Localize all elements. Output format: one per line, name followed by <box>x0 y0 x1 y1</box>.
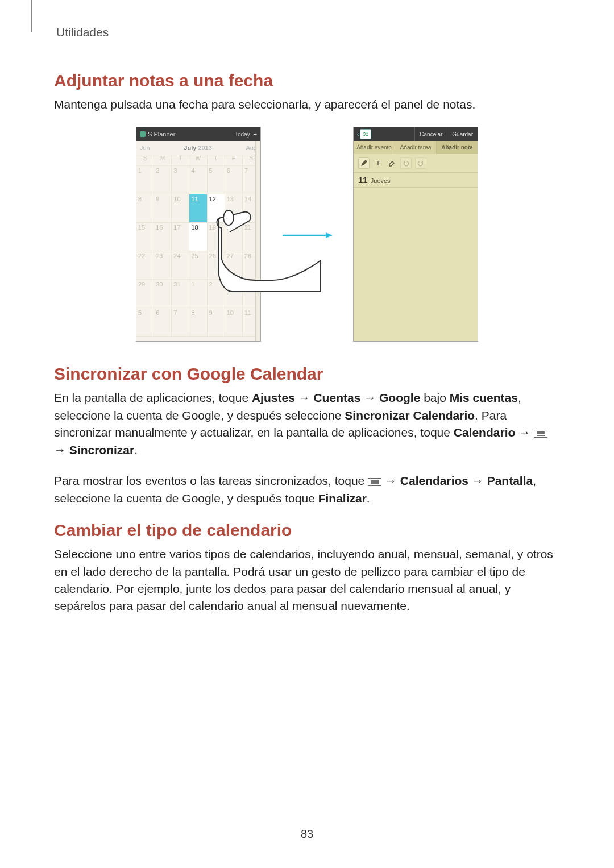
heading-change-view: Cambiar el tipo de calendario <box>54 521 560 540</box>
cal-side-scroll <box>255 141 260 341</box>
cal-app-icon <box>140 131 146 137</box>
cal-prev-month: Jun <box>140 144 150 151</box>
note-tabs: Añadir evento Añadir tarea Añadir nota <box>354 141 478 154</box>
text-tool-icon: T <box>373 158 383 168</box>
pen-icon <box>358 157 370 169</box>
undo-icon <box>400 157 412 169</box>
cal-today-label: Today <box>235 131 250 138</box>
page-number: 83 <box>0 828 614 841</box>
note-titlebar: ‹ 31 Cancelar Guardar <box>354 127 478 141</box>
tab-add-note: Añadir nota <box>437 141 478 154</box>
note-date-num: 11 <box>358 175 368 185</box>
cal-app-title: S Planner <box>148 131 235 138</box>
chevron-left-icon: ‹ <box>357 131 359 138</box>
arrow-icon <box>281 231 333 238</box>
calendar-screenshot-wrap: S Planner Today + Jun July 2013 Aug SMTW… <box>136 127 261 342</box>
body-change-view: Seleccione uno entre varios tipos de cal… <box>54 546 560 615</box>
note-screenshot: ‹ 31 Cancelar Guardar Añadir evento Añad… <box>353 127 478 342</box>
manual-page: Utilidades Adjuntar notas a una fecha Ma… <box>0 0 614 868</box>
tab-add-task: Añadir tarea <box>395 141 437 154</box>
calendar-screenshot: S Planner Today + Jun July 2013 Aug SMTW… <box>136 127 261 342</box>
note-save-button: Guardar <box>447 127 478 141</box>
body-attach-notes: Mantenga pulsada una fecha para seleccio… <box>54 96 560 113</box>
cal-grid: SMTWTFS123456789101112131415161718192021… <box>136 155 260 337</box>
body-sync-2: Para mostrar los eventos o las tareas si… <box>54 472 560 507</box>
eraser-icon <box>387 158 397 168</box>
heading-attach-notes: Adjuntar notas a una fecha <box>54 71 560 90</box>
note-date: 11 Jueves <box>354 173 478 188</box>
cal-plus-icon: + <box>254 131 257 138</box>
menu-icon <box>368 478 381 486</box>
figure-row: S Planner Today + Jun July 2013 Aug SMTW… <box>54 127 560 342</box>
note-date-day: Jueves <box>371 177 391 184</box>
svg-marker-2 <box>326 232 333 238</box>
redo-icon <box>415 157 426 169</box>
note-toolbar: T <box>354 154 478 173</box>
body-sync-1: En la pantalla de aplicaciones, toque Aj… <box>54 389 560 459</box>
cal-month-header: Jun July 2013 Aug <box>136 141 260 155</box>
section-header: Utilidades <box>56 26 560 39</box>
tab-add-event: Añadir evento <box>354 141 395 154</box>
cal-month: July 2013 <box>184 144 212 151</box>
note-back-button: ‹ 31 <box>354 129 375 139</box>
cal-titlebar: S Planner Today + <box>136 127 260 141</box>
heading-sync: Sincronizar con Google Calendar <box>54 364 560 384</box>
margin-tab <box>31 0 32 32</box>
menu-icon <box>534 430 547 438</box>
note-cancel-button: Cancelar <box>414 127 447 141</box>
calendar-icon: 31 <box>360 129 371 139</box>
